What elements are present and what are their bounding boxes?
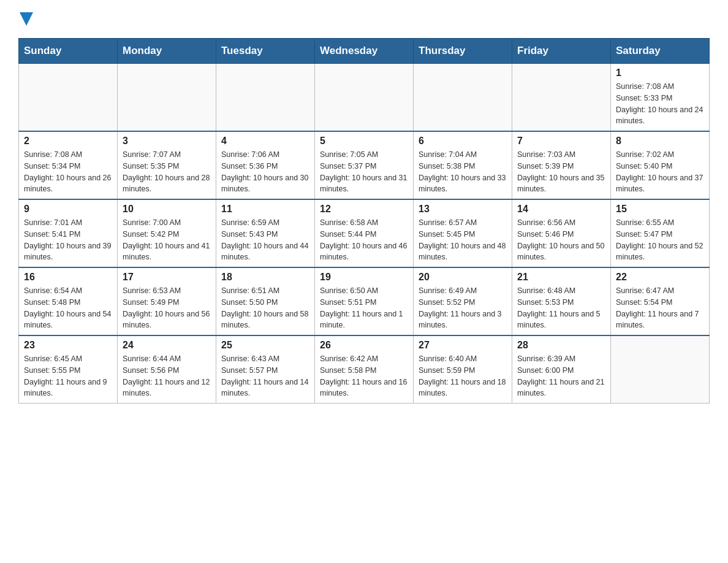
table-row: [611, 335, 710, 404]
day-info: Sunrise: 7:07 AMSunset: 5:35 PMDaylight:…: [123, 149, 211, 195]
day-number: 26: [320, 340, 408, 351]
table-row: 12Sunrise: 6:58 AMSunset: 5:44 PMDayligh…: [315, 199, 414, 267]
day-number: 14: [517, 204, 605, 215]
table-row: 26Sunrise: 6:42 AMSunset: 5:58 PMDayligh…: [315, 335, 414, 404]
day-info: Sunrise: 7:02 AMSunset: 5:40 PMDaylight:…: [616, 149, 704, 195]
table-row: [414, 64, 512, 132]
day-number: 17: [123, 272, 211, 283]
day-info: Sunrise: 6:48 AMSunset: 5:53 PMDaylight:…: [517, 285, 605, 331]
day-number: 8: [616, 136, 704, 147]
table-row: 28Sunrise: 6:39 AMSunset: 6:00 PMDayligh…: [512, 335, 611, 404]
table-row: 21Sunrise: 6:48 AMSunset: 5:53 PMDayligh…: [512, 267, 611, 335]
day-info: Sunrise: 6:56 AMSunset: 5:46 PMDaylight:…: [517, 217, 605, 263]
table-row: 11Sunrise: 6:59 AMSunset: 5:43 PMDayligh…: [216, 199, 315, 267]
day-info: Sunrise: 6:43 AMSunset: 5:57 PMDaylight:…: [221, 353, 309, 399]
day-number: 4: [221, 136, 309, 147]
header-monday: Monday: [118, 39, 216, 64]
day-info: Sunrise: 7:04 AMSunset: 5:38 PMDaylight:…: [419, 149, 507, 195]
table-row: 3Sunrise: 7:07 AMSunset: 5:35 PMDaylight…: [118, 131, 216, 199]
day-number: 6: [419, 136, 507, 147]
calendar-week-row: 1Sunrise: 7:08 AMSunset: 5:33 PMDaylight…: [19, 64, 710, 132]
day-info: Sunrise: 6:45 AMSunset: 5:55 PMDaylight:…: [24, 353, 112, 399]
day-info: Sunrise: 6:51 AMSunset: 5:50 PMDaylight:…: [221, 285, 309, 331]
header-tuesday: Tuesday: [216, 39, 315, 64]
table-row: 13Sunrise: 6:57 AMSunset: 5:45 PMDayligh…: [414, 199, 512, 267]
table-row: 23Sunrise: 6:45 AMSunset: 5:55 PMDayligh…: [19, 335, 118, 404]
day-number: 5: [320, 136, 408, 147]
header-friday: Friday: [512, 39, 611, 64]
day-info: Sunrise: 6:47 AMSunset: 5:54 PMDaylight:…: [616, 285, 704, 331]
table-row: [216, 64, 315, 132]
page-header: [18, 12, 710, 26]
day-number: 3: [123, 136, 211, 147]
logo-arrow-icon: [20, 10, 33, 26]
day-info: Sunrise: 6:49 AMSunset: 5:52 PMDaylight:…: [419, 285, 507, 331]
day-number: 9: [24, 204, 112, 215]
day-info: Sunrise: 6:59 AMSunset: 5:43 PMDaylight:…: [221, 217, 309, 263]
day-number: 11: [221, 204, 309, 215]
day-number: 27: [419, 340, 507, 351]
calendar-header-row: Sunday Monday Tuesday Wednesday Thursday…: [19, 39, 710, 64]
table-row: 9Sunrise: 7:01 AMSunset: 5:41 PMDaylight…: [19, 199, 118, 267]
day-info: Sunrise: 7:06 AMSunset: 5:36 PMDaylight:…: [221, 149, 309, 195]
day-number: 20: [419, 272, 507, 283]
table-row: 14Sunrise: 6:56 AMSunset: 5:46 PMDayligh…: [512, 199, 611, 267]
table-row: 17Sunrise: 6:53 AMSunset: 5:49 PMDayligh…: [118, 267, 216, 335]
table-row: 1Sunrise: 7:08 AMSunset: 5:33 PMDaylight…: [611, 64, 710, 132]
day-info: Sunrise: 6:40 AMSunset: 5:59 PMDaylight:…: [419, 353, 507, 399]
calendar-week-row: 23Sunrise: 6:45 AMSunset: 5:55 PMDayligh…: [19, 335, 710, 404]
table-row: 25Sunrise: 6:43 AMSunset: 5:57 PMDayligh…: [216, 335, 315, 404]
day-number: 22: [616, 272, 704, 283]
day-info: Sunrise: 6:53 AMSunset: 5:49 PMDaylight:…: [123, 285, 211, 331]
day-number: 15: [616, 204, 704, 215]
day-number: 1: [616, 67, 704, 79]
table-row: 2Sunrise: 7:08 AMSunset: 5:34 PMDaylight…: [19, 131, 118, 199]
day-info: Sunrise: 7:08 AMSunset: 5:33 PMDaylight:…: [616, 81, 704, 127]
day-info: Sunrise: 7:01 AMSunset: 5:41 PMDaylight:…: [24, 217, 112, 263]
calendar-table: Sunday Monday Tuesday Wednesday Thursday…: [18, 38, 710, 404]
day-info: Sunrise: 6:54 AMSunset: 5:48 PMDaylight:…: [24, 285, 112, 331]
table-row: 24Sunrise: 6:44 AMSunset: 5:56 PMDayligh…: [118, 335, 216, 404]
day-info: Sunrise: 6:57 AMSunset: 5:45 PMDaylight:…: [419, 217, 507, 263]
table-row: 4Sunrise: 7:06 AMSunset: 5:36 PMDaylight…: [216, 131, 315, 199]
day-number: 18: [221, 272, 309, 283]
table-row: 19Sunrise: 6:50 AMSunset: 5:51 PMDayligh…: [315, 267, 414, 335]
day-info: Sunrise: 6:50 AMSunset: 5:51 PMDaylight:…: [320, 285, 408, 331]
calendar-week-row: 16Sunrise: 6:54 AMSunset: 5:48 PMDayligh…: [19, 267, 710, 335]
day-number: 23: [24, 340, 112, 351]
day-info: Sunrise: 6:39 AMSunset: 6:00 PMDaylight:…: [517, 353, 605, 399]
day-info: Sunrise: 6:42 AMSunset: 5:58 PMDaylight:…: [320, 353, 408, 399]
day-info: Sunrise: 6:44 AMSunset: 5:56 PMDaylight:…: [123, 353, 211, 399]
table-row: 6Sunrise: 7:04 AMSunset: 5:38 PMDaylight…: [414, 131, 512, 199]
day-number: 28: [517, 340, 605, 351]
table-row: 18Sunrise: 6:51 AMSunset: 5:50 PMDayligh…: [216, 267, 315, 335]
table-row: [118, 64, 216, 132]
calendar-week-row: 9Sunrise: 7:01 AMSunset: 5:41 PMDaylight…: [19, 199, 710, 267]
table-row: 5Sunrise: 7:05 AMSunset: 5:37 PMDaylight…: [315, 131, 414, 199]
day-number: 2: [24, 136, 112, 147]
table-row: 20Sunrise: 6:49 AMSunset: 5:52 PMDayligh…: [414, 267, 512, 335]
svg-marker-0: [20, 12, 33, 26]
day-number: 25: [221, 340, 309, 351]
day-info: Sunrise: 7:08 AMSunset: 5:34 PMDaylight:…: [24, 149, 112, 195]
table-row: 22Sunrise: 6:47 AMSunset: 5:54 PMDayligh…: [611, 267, 710, 335]
day-info: Sunrise: 6:58 AMSunset: 5:44 PMDaylight:…: [320, 217, 408, 263]
day-info: Sunrise: 7:03 AMSunset: 5:39 PMDaylight:…: [517, 149, 605, 195]
day-info: Sunrise: 7:00 AMSunset: 5:42 PMDaylight:…: [123, 217, 211, 263]
day-number: 7: [517, 136, 605, 147]
table-row: [19, 64, 118, 132]
header-sunday: Sunday: [19, 39, 118, 64]
table-row: 16Sunrise: 6:54 AMSunset: 5:48 PMDayligh…: [19, 267, 118, 335]
header-wednesday: Wednesday: [315, 39, 414, 64]
header-thursday: Thursday: [414, 39, 512, 64]
day-number: 10: [123, 204, 211, 215]
day-info: Sunrise: 6:55 AMSunset: 5:47 PMDaylight:…: [616, 217, 704, 263]
logo: [18, 12, 33, 26]
header-saturday: Saturday: [611, 39, 710, 64]
day-number: 16: [24, 272, 112, 283]
day-number: 19: [320, 272, 408, 283]
table-row: 7Sunrise: 7:03 AMSunset: 5:39 PMDaylight…: [512, 131, 611, 199]
table-row: 15Sunrise: 6:55 AMSunset: 5:47 PMDayligh…: [611, 199, 710, 267]
day-number: 24: [123, 340, 211, 351]
calendar-week-row: 2Sunrise: 7:08 AMSunset: 5:34 PMDaylight…: [19, 131, 710, 199]
